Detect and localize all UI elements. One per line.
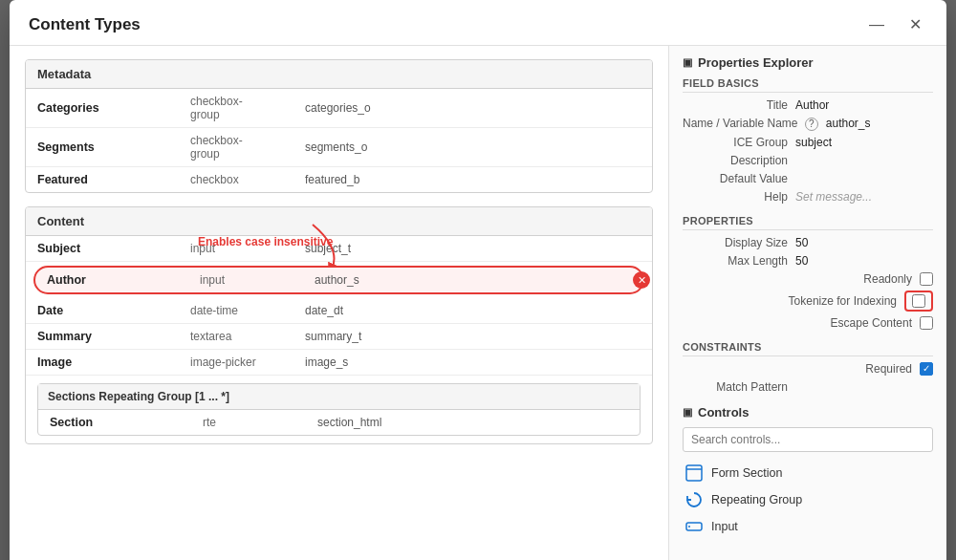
ice-group-label: ICE Group [683,136,788,149]
sections-repeating-group: Sections Repeating Group [1 ... *] Secti… [37,383,641,436]
author-field-var: author_s [315,273,602,287]
content-header: Content [26,207,652,236]
match-pattern-label: Match Pattern [683,380,788,394]
form-section-icon [684,463,704,483]
field-var: featured_b [305,173,612,186]
subject-row: Subject input subject_t [26,236,652,262]
dialog-title: Content Types [29,15,141,34]
constraints-title: Constraints [683,341,933,356]
readonly-row: Readonly [683,272,933,286]
properties-title: Properties [683,215,933,230]
input-icon [684,517,704,536]
max-length-row: Max Length 50 [683,254,933,268]
summary-row: Summary textarea summary_t [26,324,652,350]
properties-explorer-title: ▣ Properties Explorer [683,55,933,70]
max-length-label: Max Length [683,254,788,268]
name-row: Name / Variable Name ? author_s [683,117,933,131]
date-row: Date date-time date_dt [26,298,652,324]
default-value-row: Default Value [683,172,933,185]
field-type: checkbox-group [190,134,305,161]
field-type: rte [203,416,317,429]
help-icon[interactable]: ? [805,118,818,131]
readonly-checkbox[interactable] [920,272,933,286]
right-panel: ▣ Properties Explorer Field Basics Title… [669,46,946,560]
input-control[interactable]: Input [683,513,933,540]
display-size-value: 50 [795,236,933,249]
title-value: Author [795,98,933,112]
field-var: subject_t [305,242,612,255]
constraints-group: Constraints Required ✓ Match Pattern [683,341,933,394]
tokenize-checkbox[interactable] [912,294,925,308]
readonly-label: Readonly [807,272,912,286]
field-var: date_dt [305,304,612,317]
remove-field-button[interactable]: ✕ [633,271,650,289]
form-section-label: Form Section [711,466,782,480]
description-row: Description [683,154,933,167]
field-var: categories_o [305,101,612,115]
tokenize-highlight-box [904,291,933,312]
display-size-label: Display Size [683,236,788,249]
max-length-value: 50 [795,254,933,268]
escape-content-checkbox[interactable] [920,316,933,330]
metadata-header: Metadata [26,60,652,89]
tokenize-row: Tokenize for Indexing [683,291,933,312]
field-var: segments_o [305,140,612,154]
sub-section-header: Sections Repeating Group [1 ... *] [38,384,640,410]
table-row: Featured checkbox featured_b [26,167,652,192]
input-label: Input [711,520,738,533]
tokenize-label: Tokenize for Indexing [789,294,897,308]
title-row: Title Author [683,98,933,112]
close-button[interactable]: ✕ [903,13,927,35]
form-section-control[interactable]: Form Section [683,460,933,486]
field-type: checkbox [190,173,305,186]
default-value-label: Default Value [683,172,788,185]
table-row: Categories checkbox-group categories_o [26,89,652,128]
repeating-group-icon [684,490,704,509]
description-label: Description [683,154,788,167]
field-name: Image [37,355,190,369]
match-pattern-row: Match Pattern [683,380,933,394]
content-types-dialog: Content Types — ✕ Metadata Categories ch… [10,0,946,560]
display-size-row: Display Size 50 [683,236,933,249]
help-value: Set message... [795,190,933,204]
field-name: Segments [37,140,190,154]
required-row: Required ✓ [683,362,933,376]
controls-search-input[interactable] [683,427,933,452]
field-basics-group: Field Basics Title Author Name / Variabl… [683,77,933,204]
title-label: Title [683,98,788,112]
ice-group-value: subject [795,136,933,149]
field-name: Subject [37,242,190,255]
field-name: Section [50,416,203,429]
field-basics-title: Field Basics [683,77,933,93]
left-panel: Metadata Categories checkbox-group categ… [10,46,669,560]
field-name: Featured [37,173,190,186]
metadata-section: Metadata Categories checkbox-group categ… [25,59,653,193]
field-name: Summary [37,330,190,343]
content-section: Content Subject input subject_t Enables … [25,206,653,444]
dialog-body: Metadata Categories checkbox-group categ… [10,46,946,560]
image-row: Image image-picker image_s [26,350,652,376]
field-var: image_s [305,355,612,369]
dialog-header-controls: — ✕ [863,13,927,35]
required-label: Required [807,362,912,376]
section-row: Section rte section_html [38,410,640,435]
name-value: author_s [826,117,933,130]
name-label: Name / Variable Name ? [683,117,818,131]
escape-content-row: Escape Content [683,316,933,330]
controls-title: ▣ Controls [683,405,933,420]
field-name: Date [37,304,190,317]
escape-content-label: Escape Content [807,316,912,330]
properties-group: Properties Display Size 50 Max Length 50… [683,215,933,330]
svg-rect-1 [686,465,702,481]
field-name: Categories [37,101,190,115]
required-checkbox[interactable]: ✓ [920,362,933,376]
field-var: summary_t [305,330,612,343]
repeating-group-control[interactable]: Repeating Group [683,486,933,513]
controls-collapse-icon: ▣ [683,406,692,419]
field-type: checkbox-group [190,95,305,121]
field-type: textarea [190,330,305,343]
minimize-button[interactable]: — [863,13,890,35]
author-row[interactable]: Author input author_s ✕ [33,266,644,294]
controls-group: ▣ Controls Form Section [683,405,933,540]
dialog-header: Content Types — ✕ [10,0,946,46]
